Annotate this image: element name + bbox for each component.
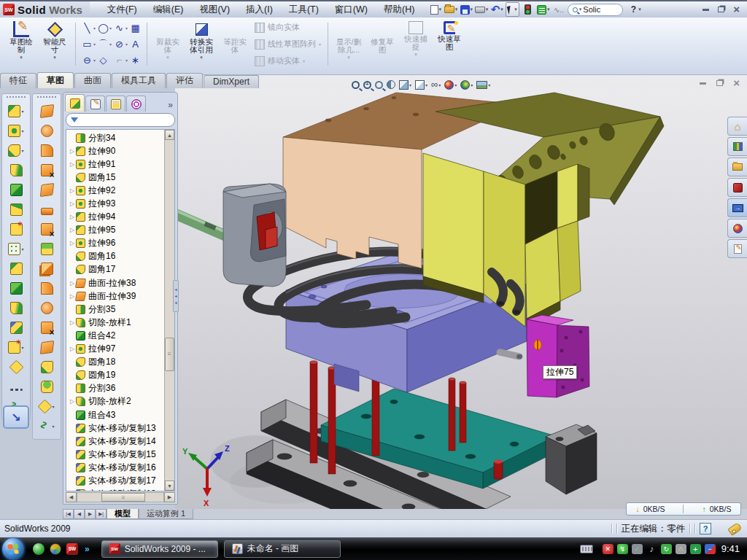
- cmd-button-修复草图[interactable]: 修复草 图: [365, 20, 399, 69]
- tree-item-曲面-拉伸38[interactable]: ▷曲面-拉伸38: [66, 276, 164, 289]
- tray-network-icon[interactable]: ⚠: [676, 544, 686, 554]
- task-pane-drag-drop[interactable]: →: [727, 198, 747, 217]
- surfaces-tool-15[interactable]: [33, 377, 61, 397]
- features-tool-11[interactable]: [2, 298, 30, 318]
- graphics-viewport[interactable]: Y Z X: [175, 75, 747, 509]
- quicklaunch-messenger-icon[interactable]: [33, 543, 44, 555]
- surfaces-tool-10[interactable]: [33, 279, 61, 298]
- open-icon[interactable]: ▾: [444, 3, 457, 16]
- side-pin[interactable]: [500, 352, 519, 357]
- surfaces-tool-2[interactable]: [33, 121, 61, 141]
- features-tool-10[interactable]: [2, 279, 30, 298]
- doc-close-button[interactable]: ×: [733, 79, 740, 87]
- tray-sync-icon[interactable]: ↻: [661, 544, 672, 554]
- scroll-down-button[interactable]: ▼: [165, 481, 174, 491]
- undo-icon[interactable]: ↶▾: [490, 3, 503, 16]
- tree-item-曲面-拉伸39[interactable]: ▷曲面-拉伸39: [66, 289, 164, 303]
- features-tool-14[interactable]: [2, 357, 30, 377]
- sketch-tool-polygon[interactable]: ◇: [97, 52, 112, 69]
- doc-tab-模型[interactable]: 模型: [107, 509, 139, 519]
- select-cursor-button[interactable]: ▾: [506, 2, 519, 17]
- sketch-tool-arc[interactable]: ⌒▾: [97, 36, 112, 52]
- tree-item-分割34[interactable]: 分割34: [66, 131, 164, 144]
- tree-item-拉伸94[interactable]: ▷拉伸94: [66, 211, 164, 224]
- menu-视图(V)[interactable]: 视图(V): [192, 2, 237, 18]
- tree-item-圆角15[interactable]: 圆角15: [66, 171, 164, 184]
- cmd-button-智能尺寸[interactable]: 智能尺 寸▾: [38, 20, 71, 69]
- tree-item-实体-移动/复制16[interactable]: 实体-移动/复制16: [66, 461, 164, 474]
- new-document-icon[interactable]: ▾: [429, 3, 442, 16]
- hide-show-items-icon[interactable]: ∞▾: [431, 80, 441, 89]
- tree-horizontal-scrollbar[interactable]: ◀ ≡ ▶: [66, 492, 175, 502]
- tree-item-拉伸90[interactable]: ▷拉伸90: [66, 144, 164, 158]
- surfaces-tool-7[interactable]: [33, 219, 61, 239]
- scroll-right-button[interactable]: ▶: [164, 492, 175, 502]
- features-tool-7[interactable]: [2, 219, 30, 239]
- menu-插入(I)[interactable]: 插入(I): [239, 2, 280, 18]
- surfaces-tool-6[interactable]: [33, 200, 61, 219]
- tab-configuration-manager[interactable]: [106, 96, 125, 112]
- measure-tool-button-pressed[interactable]: ↘: [3, 405, 29, 429]
- tree-item-拉伸97[interactable]: ▷拉伸97: [66, 343, 164, 356]
- features-tool-3[interactable]: ▾: [2, 141, 30, 160]
- tree-item-实体-移动/复制15[interactable]: 实体-移动/复制15: [66, 448, 164, 461]
- options-list-icon[interactable]: ▾: [537, 3, 550, 16]
- surfaces-tool-17[interactable]: ▾: [33, 416, 61, 436]
- zoom-fit-icon[interactable]: [352, 81, 360, 89]
- cmd-button-显示/删除几...[interactable]: 显示/删 除几...▾: [332, 20, 365, 69]
- tray-antivirus-icon[interactable]: ✕: [603, 544, 614, 554]
- cmd-button-草图绘制[interactable]: 草图绘 制▾: [4, 20, 38, 69]
- task-button-SolidWorks 2009 - ...[interactable]: SWSolidWorks 2009 - ...: [101, 540, 218, 558]
- expand-caret-icon[interactable]: ▷: [69, 319, 76, 326]
- tree-item-圆角19[interactable]: 圆角19: [66, 369, 164, 382]
- features-tool-8[interactable]: ▾: [2, 239, 30, 259]
- surfaces-tool-1[interactable]: [33, 101, 61, 121]
- hscroll-thumb[interactable]: ≡: [101, 493, 145, 502]
- cmd-button-移动实体[interactable]: 移动实体▾: [252, 54, 324, 69]
- tree-item-圆角18[interactable]: 圆角18: [66, 356, 164, 369]
- apply-scene-icon[interactable]: ▾: [460, 80, 473, 90]
- search-input[interactable]: ▾ Solic: [568, 4, 623, 16]
- tree-filter-input[interactable]: [66, 113, 175, 127]
- features-tool-12[interactable]: [2, 318, 30, 338]
- tree-item-拉伸93[interactable]: ▷拉伸93: [66, 197, 164, 210]
- tree-item-分割36[interactable]: 分割36: [66, 382, 164, 395]
- ribbon-tab-曲面[interactable]: 曲面: [74, 73, 111, 88]
- toolbar-grip[interactable]: [7, 96, 26, 99]
- surfaces-tool-12[interactable]: [33, 318, 61, 338]
- cmd-button-剪裁实体[interactable]: 剪裁实 体▾: [151, 20, 185, 69]
- features-tool-2[interactable]: ▾: [2, 121, 30, 141]
- doc-tab-运动算例 1[interactable]: 运动算例 1: [139, 509, 193, 519]
- view-orientation-icon[interactable]: ▾: [399, 80, 411, 90]
- zoom-area-icon[interactable]: [363, 81, 371, 89]
- edit-appearance-icon[interactable]: ▾: [444, 80, 457, 90]
- scroll-left-button[interactable]: ◀: [66, 492, 77, 502]
- nav-▶[interactable]: ▶: [85, 509, 96, 519]
- tree-item-实体-移动/复制18[interactable]: 实体-移动/复制18: [66, 488, 164, 491]
- tray-messenger-icon[interactable]: −: [705, 544, 716, 554]
- features-tool-4[interactable]: [2, 160, 30, 180]
- surfaces-tool-14[interactable]: [33, 357, 61, 377]
- surfaces-tool-16[interactable]: ▾: [33, 397, 61, 416]
- ribbon-tab-草图[interactable]: 草图: [37, 72, 74, 88]
- task-pane-custom-properties[interactable]: [727, 239, 747, 258]
- nav-|◀[interactable]: |◀: [63, 509, 74, 519]
- tree-item-切除-放样2[interactable]: ▷切除-放样2: [66, 395, 164, 408]
- surfaces-tool-11[interactable]: [33, 298, 61, 318]
- help-icon[interactable]: ?: [631, 4, 636, 15]
- quicklaunch-overflow-chevron[interactable]: »: [85, 544, 90, 554]
- sketch-tool-dashed-rect[interactable]: ▦: [129, 20, 142, 36]
- quicklaunch-pinwheel-icon[interactable]: [50, 543, 61, 555]
- surfaces-tool-3[interactable]: [33, 141, 61, 160]
- traffic-light-icon[interactable]: [522, 3, 535, 16]
- task-pane-file-explorer[interactable]: [727, 158, 747, 176]
- scroll-thumb[interactable]: ≡: [165, 338, 174, 371]
- scroll-up-button[interactable]: ▲: [165, 130, 174, 140]
- quick-tips-icon[interactable]: ?: [700, 523, 711, 534]
- cmd-button-快速捕捉[interactable]: 快速捕 捉▾: [399, 20, 433, 69]
- tree-item-拉伸96[interactable]: ▷拉伸96: [66, 237, 164, 250]
- taskbar-clock[interactable]: 9:41: [721, 543, 740, 554]
- cmd-button-快速草图[interactable]: 快速草 图: [433, 20, 466, 69]
- toolbar-grip[interactable]: [37, 96, 56, 99]
- selected-extrude-block[interactable]: [527, 315, 589, 397]
